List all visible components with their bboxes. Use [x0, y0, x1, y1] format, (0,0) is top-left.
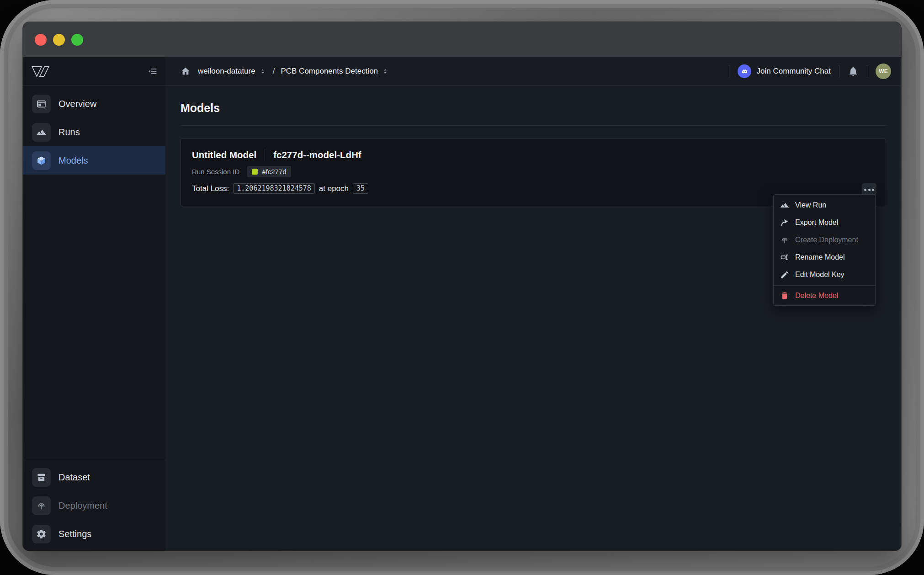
close-window-button[interactable]	[35, 34, 47, 46]
delete-trash-icon	[780, 291, 789, 300]
datature-logo-icon[interactable]	[32, 66, 53, 77]
workspace-name: weiloon-datature	[198, 67, 255, 76]
menu-item-rename-model[interactable]: Rename Model	[774, 249, 875, 266]
menu-item-view-run[interactable]: View Run	[774, 197, 875, 214]
sidebar-spacer	[23, 175, 165, 460]
run-session-row: Run Session ID #fc277d	[192, 166, 875, 177]
sidebar-item-label: Overview	[58, 99, 96, 109]
project-name: PCB Components Detection	[281, 67, 378, 76]
menu-item-label: Edit Model Key	[795, 271, 844, 279]
sidebar-header	[23, 57, 165, 86]
edit-pencil-icon	[780, 270, 789, 279]
unfold-more-icon	[381, 67, 389, 75]
epoch-label: at epoch	[319, 184, 349, 193]
sidebar-item-label: Models	[58, 155, 88, 166]
menu-item-label: Create Deployment	[795, 236, 858, 244]
sidebar-item-label: Dataset	[58, 472, 90, 483]
overview-icon	[32, 95, 51, 113]
workspace-selector[interactable]: weiloon-datature	[198, 67, 267, 76]
topbar: weiloon-datature / PCB Components Detect…	[165, 57, 901, 86]
breadcrumb-separator: /	[273, 67, 275, 76]
run-session-id: #fc277d	[262, 168, 286, 176]
rename-model-icon	[780, 253, 789, 262]
sidebar-item-label: Deployment	[58, 500, 107, 511]
collapse-sidebar-icon[interactable]	[147, 66, 158, 77]
unfold-more-icon	[259, 67, 267, 75]
menu-item-label: View Run	[795, 201, 826, 209]
view-run-icon	[780, 201, 789, 210]
user-avatar[interactable]: WE	[876, 64, 891, 79]
discord-icon	[738, 64, 751, 78]
window-titlebar	[23, 22, 901, 57]
epoch-value: 35	[353, 183, 368, 194]
model-context-menu: View Run Export Model Create Deployment	[773, 194, 876, 306]
sidebar-item-models[interactable]: Models	[23, 146, 165, 175]
main-panel: Models Untitled Model fc277d--model-LdHf…	[165, 86, 901, 551]
divider	[265, 149, 265, 161]
sidebar-item-deployment: Deployment	[23, 491, 165, 520]
breadcrumb: weiloon-datature / PCB Components Detect…	[181, 66, 389, 76]
sidebar-item-label: Runs	[58, 127, 80, 138]
menu-item-label: Export Model	[795, 218, 838, 227]
sidebar-item-settings[interactable]: Settings	[23, 520, 165, 548]
total-loss-row: Total Loss: 1.2062198321024578 at epoch …	[192, 183, 875, 194]
sidebar: Overview Runs	[23, 57, 165, 551]
sidebar-nav-bottom: Dataset Deployment	[23, 460, 165, 551]
sidebar-item-runs[interactable]: Runs	[23, 118, 165, 146]
join-community-chat-label: Join Community Chat	[756, 67, 831, 76]
deployment-upload-icon	[32, 496, 51, 515]
dataset-archive-icon	[32, 468, 51, 487]
app-window: Overview Runs	[23, 22, 901, 551]
sidebar-item-dataset[interactable]: Dataset	[23, 463, 165, 491]
sidebar-item-overview[interactable]: Overview	[23, 90, 165, 118]
settings-gear-icon	[32, 525, 51, 543]
create-deployment-icon	[780, 235, 789, 245]
app-body: Overview Runs	[23, 57, 901, 551]
home-icon[interactable]	[181, 66, 191, 76]
runs-icon	[32, 123, 51, 142]
run-session-label: Run Session ID	[192, 168, 239, 176]
model-key: fc277d--model-LdHf	[273, 149, 361, 160]
menu-item-label: Rename Model	[795, 253, 845, 261]
model-card-header: Untitled Model fc277d--model-LdHf	[192, 149, 875, 161]
run-session-chip[interactable]: #fc277d	[247, 166, 291, 177]
zoom-window-button[interactable]	[71, 34, 83, 46]
page-title: Models	[181, 101, 886, 115]
menu-item-export-model[interactable]: Export Model	[774, 214, 875, 231]
minimize-window-button[interactable]	[53, 34, 65, 46]
menu-item-delete-model[interactable]: Delete Model	[774, 286, 875, 305]
notifications-bell-icon[interactable]	[848, 66, 859, 77]
total-loss-label: Total Loss:	[192, 184, 229, 193]
project-selector[interactable]: PCB Components Detection	[281, 67, 389, 76]
model-name: Untitled Model	[192, 149, 256, 160]
menu-item-label: Delete Model	[795, 292, 838, 300]
menu-item-create-deployment: Create Deployment	[774, 231, 875, 249]
sidebar-nav-top: Overview Runs	[23, 86, 165, 175]
divider	[867, 65, 867, 77]
run-color-swatch	[252, 169, 258, 175]
join-community-chat-button[interactable]: Join Community Chat	[738, 64, 831, 78]
divider	[729, 65, 729, 77]
total-loss-value: 1.2062198321024578	[233, 183, 315, 194]
models-cube-icon	[32, 151, 51, 170]
export-model-icon	[780, 218, 789, 227]
divider	[181, 125, 886, 126]
topbar-actions: Join Community Chat WE	[721, 64, 891, 79]
sidebar-item-label: Settings	[58, 529, 91, 539]
divider	[839, 65, 839, 77]
menu-item-edit-model-key[interactable]: Edit Model Key	[774, 266, 875, 283]
